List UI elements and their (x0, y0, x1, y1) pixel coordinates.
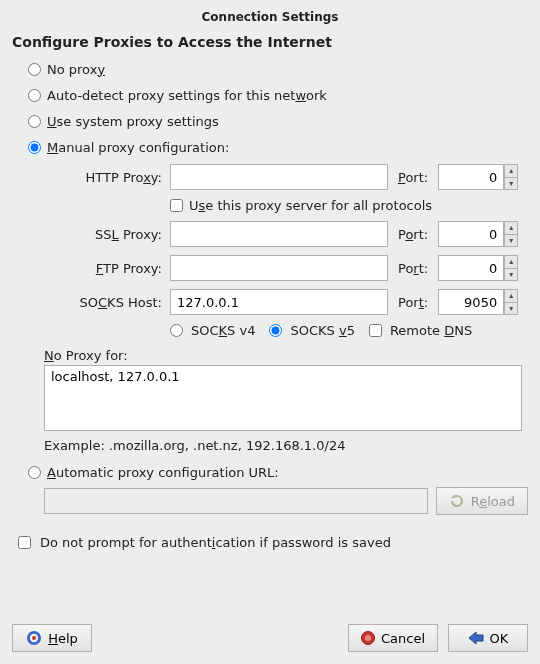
ftp-port-up[interactable]: ▲ (504, 255, 518, 268)
ssl-proxy-label: SSL Proxy: (44, 227, 162, 242)
help-icon (26, 630, 42, 646)
ssl-port-down[interactable]: ▼ (504, 234, 518, 248)
svg-point-4 (365, 635, 371, 641)
http-proxy-label: HTTP Proxy: (44, 170, 162, 185)
help-label: Help (48, 631, 78, 646)
ftp-port-label: Port: (396, 261, 430, 276)
radio-no-proxy-label: No proxy (47, 62, 105, 77)
auto-url-input[interactable] (44, 488, 428, 514)
proxy-mode-group: No proxy Auto-detect proxy settings for … (12, 56, 528, 160)
radio-auto-detect-label: Auto-detect proxy settings for this netw… (47, 88, 327, 103)
ssl-port-spinner: ▲ ▼ (438, 221, 518, 247)
dialog-button-bar: Help Cancel OK (12, 620, 528, 652)
http-port-input[interactable] (438, 164, 504, 190)
flex-spacer (12, 570, 528, 620)
socks-port-spinner: ▲ ▼ (438, 289, 518, 315)
cancel-icon (361, 631, 375, 645)
ssl-port-up[interactable]: ▲ (504, 221, 518, 234)
http-port-spinner: ▲ ▼ (438, 164, 518, 190)
http-proxy-row: HTTP Proxy: Port: ▲ ▼ (44, 164, 528, 190)
do-not-prompt-checkbox[interactable] (18, 536, 31, 549)
radio-socks-v5[interactable] (269, 324, 282, 337)
remote-dns-label: Remote DNS (390, 323, 472, 338)
ftp-port-spinner: ▲ ▼ (438, 255, 518, 281)
reload-button[interactable]: Reload (436, 487, 528, 515)
ssl-port-input[interactable] (438, 221, 504, 247)
http-port-label: Port: (396, 170, 430, 185)
auto-url-group: Automatic proxy configuration URL: (12, 459, 528, 485)
svg-point-2 (32, 636, 36, 640)
socks-port-up[interactable]: ▲ (504, 289, 518, 302)
cancel-button[interactable]: Cancel (348, 624, 438, 652)
auto-url-row: Reload (12, 487, 528, 515)
ssl-proxy-row: SSL Proxy: Port: ▲ ▼ (44, 221, 528, 247)
http-port-up[interactable]: ▲ (504, 164, 518, 177)
ftp-proxy-host-input[interactable] (170, 255, 388, 281)
no-proxy-example: Example: .mozilla.org, .net.nz, 192.168.… (44, 434, 522, 459)
no-proxy-label: No Proxy for: (44, 348, 522, 365)
reload-icon (449, 493, 465, 509)
ok-button[interactable]: OK (448, 624, 528, 652)
http-proxy-host-input[interactable] (170, 164, 388, 190)
radio-no-proxy[interactable] (28, 63, 41, 76)
radio-socks-v4[interactable] (170, 324, 183, 337)
socks-port-down[interactable]: ▼ (504, 302, 518, 316)
radio-manual-proxy[interactable] (28, 141, 41, 154)
ssl-proxy-host-input[interactable] (170, 221, 388, 247)
radio-auto-detect[interactable] (28, 89, 41, 102)
button-spacer (102, 624, 338, 652)
use-for-all-label: Use this proxy server for all protocols (189, 198, 432, 213)
remote-dns-checkbox[interactable] (369, 324, 382, 337)
radio-socks-v5-label: SOCKS v5 (290, 323, 354, 338)
radio-system-proxy[interactable] (28, 115, 41, 128)
socks-port-label: Port: (396, 295, 430, 310)
http-port-down[interactable]: ▼ (504, 177, 518, 191)
no-proxy-section: No Proxy for: Example: .mozilla.org, .ne… (12, 348, 528, 459)
ftp-port-input[interactable] (438, 255, 504, 281)
help-button[interactable]: Help (12, 624, 92, 652)
radio-system-proxy-label: Use system proxy settings (47, 114, 219, 129)
no-proxy-textarea[interactable] (44, 365, 522, 431)
socks-host-input[interactable] (170, 289, 388, 315)
radio-socks-v4-label: SOCKS v4 (191, 323, 255, 338)
socks-host-row: SOCKS Host: Port: ▲ ▼ (44, 289, 528, 315)
connection-settings-dialog: Connection Settings Configure Proxies to… (0, 0, 540, 664)
ftp-port-down[interactable]: ▼ (504, 268, 518, 282)
cancel-label: Cancel (381, 631, 425, 646)
socks-version-row: SOCKS v4 SOCKS v5 Remote DNS (44, 323, 528, 338)
manual-proxy-section: HTTP Proxy: Port: ▲ ▼ Use this proxy ser… (12, 160, 528, 348)
socks-port-input[interactable] (438, 289, 504, 315)
ftp-proxy-label: FTP Proxy: (44, 261, 162, 276)
ok-label: OK (490, 631, 509, 646)
reload-label: Reload (471, 494, 515, 509)
socks-host-label: SOCKS Host: (44, 295, 162, 310)
ssl-port-label: Port: (396, 227, 430, 242)
radio-manual-proxy-label: Manual proxy configuration: (47, 140, 229, 155)
do-not-prompt-label: Do not prompt for authentication if pass… (40, 535, 391, 550)
ftp-proxy-row: FTP Proxy: Port: ▲ ▼ (44, 255, 528, 281)
section-heading: Configure Proxies to Access the Internet (12, 34, 528, 56)
radio-auto-url-label: Automatic proxy configuration URL: (47, 465, 279, 480)
radio-auto-url[interactable] (28, 466, 41, 479)
use-for-all-checkbox[interactable] (170, 199, 183, 212)
dialog-title: Connection Settings (12, 8, 528, 34)
ok-icon (468, 631, 484, 645)
